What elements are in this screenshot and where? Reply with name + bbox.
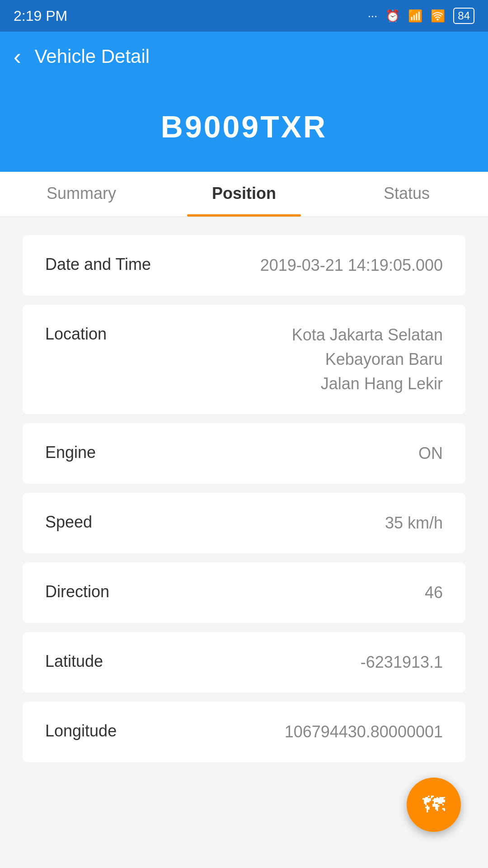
status-time: 2:19 PM: [14, 8, 67, 24]
tab-status[interactable]: Status: [325, 172, 488, 217]
more-icon: ···: [368, 9, 378, 23]
detail-row-engine: Engine ON: [23, 423, 465, 484]
nav-bar: ‹ Vehicle Detail: [0, 32, 488, 81]
label-longitude: Longitude: [45, 720, 117, 741]
value-speed: 35 km/h: [385, 511, 443, 535]
detail-row-direction: Direction 46: [23, 562, 465, 623]
detail-row-longitude: Longitude 106794430.80000001: [23, 702, 465, 762]
value-latitude: -6231913.1: [361, 650, 443, 675]
tab-summary[interactable]: Summary: [0, 172, 163, 217]
tab-position[interactable]: Position: [163, 172, 325, 217]
back-button[interactable]: ‹: [14, 45, 21, 68]
battery-indicator: 84: [453, 8, 474, 24]
wifi-icon: 🛜: [431, 9, 445, 23]
content-area: Date and Time 2019-03-21 14:19:05.000 Lo…: [0, 217, 488, 789]
detail-row-location: Location Kota Jakarta SelatanKebayoran B…: [23, 305, 465, 414]
status-bar: 2:19 PM ··· ⏰ 📶 🛜 84: [0, 0, 488, 32]
detail-row-date-time: Date and Time 2019-03-21 14:19:05.000: [23, 235, 465, 296]
map-icon: 🗺: [422, 792, 445, 818]
vehicle-plate: B9009TXR: [161, 109, 327, 144]
label-direction: Direction: [45, 580, 109, 601]
value-location: Kota Jakarta SelatanKebayoran BaruJalan …: [292, 323, 443, 396]
fab-map-button[interactable]: 🗺: [407, 778, 461, 832]
hero-section: B9009TXR: [0, 81, 488, 172]
value-date-time: 2019-03-21 14:19:05.000: [260, 253, 443, 278]
alarm-icon: ⏰: [385, 9, 400, 23]
value-engine: ON: [418, 441, 443, 466]
label-speed: Speed: [45, 511, 92, 532]
label-latitude: Latitude: [45, 650, 103, 671]
page-title: Vehicle Detail: [35, 46, 150, 67]
tab-bar: Summary Position Status: [0, 172, 488, 217]
label-engine: Engine: [45, 441, 96, 462]
status-icons: ··· ⏰ 📶 🛜 84: [368, 8, 474, 24]
detail-row-latitude: Latitude -6231913.1: [23, 632, 465, 693]
value-longitude: 106794430.80000001: [285, 720, 443, 744]
label-location: Location: [45, 323, 107, 344]
label-date-time: Date and Time: [45, 253, 151, 274]
value-direction: 46: [425, 580, 443, 605]
detail-row-speed: Speed 35 km/h: [23, 493, 465, 553]
signal-icon: 📶: [408, 9, 422, 23]
